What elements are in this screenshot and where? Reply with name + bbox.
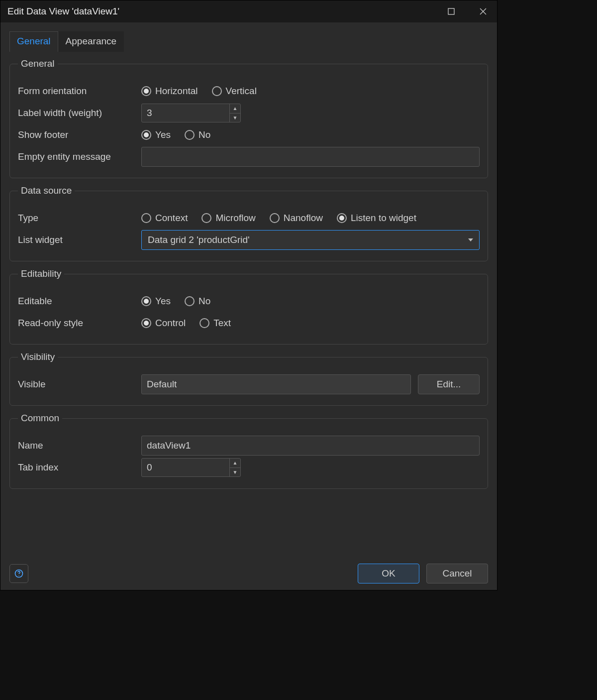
row-show-footer: Show footer Yes No — [18, 125, 480, 145]
row-form-orientation: Form orientation Horizontal Vertical — [18, 81, 480, 101]
dialog-footer: OK Cancel — [0, 557, 497, 590]
help-button[interactable] — [9, 564, 28, 583]
radio-dot-icon — [337, 213, 347, 223]
stepper-buttons: ▲ ▼ — [229, 104, 240, 122]
tab-content: General Form orientation Horizontal Vert… — [0, 51, 497, 557]
titlebar: Edit Data View 'dataView1' — [0, 0, 497, 22]
radio-label: No — [199, 296, 210, 307]
list-widget-selected-value: Data grid 2 'productGrid' — [148, 234, 250, 245]
window-title: Edit Data View 'dataView1' — [7, 6, 119, 17]
radio-dot-icon — [199, 318, 209, 328]
label-editable: Editable — [18, 296, 141, 307]
stepper-up-button[interactable]: ▲ — [230, 459, 240, 468]
radio-type-context[interactable]: Context — [141, 213, 188, 224]
radio-form-orientation-vertical[interactable]: Vertical — [212, 86, 257, 97]
label-data-source-type: Type — [18, 213, 141, 224]
label-width-value[interactable]: 3 — [142, 104, 229, 122]
radio-type-microflow[interactable]: Microflow — [201, 213, 255, 224]
titlebar-controls — [442, 2, 492, 20]
label-empty-entity-message: Empty entity message — [18, 151, 141, 162]
empty-entity-message-input[interactable] — [141, 147, 480, 167]
radio-dot-icon — [141, 296, 151, 306]
group-general-legend: General — [18, 58, 58, 69]
radio-show-footer-no[interactable]: No — [185, 129, 210, 140]
tab-general[interactable]: General — [9, 31, 58, 52]
close-icon — [479, 7, 487, 15]
radio-label: Listen to widget — [351, 213, 416, 224]
radio-label: Yes — [155, 296, 171, 307]
group-visibility: Visibility Visible Default Edit... — [9, 351, 488, 406]
label-readonly-style: Read-only style — [18, 318, 141, 329]
radio-dot-icon — [270, 213, 280, 223]
radio-editable-no[interactable]: No — [185, 296, 210, 307]
radio-dot-icon — [141, 318, 151, 328]
label-list-widget: List widget — [18, 234, 141, 245]
chevron-down-icon — [468, 238, 473, 241]
svg-rect-0 — [448, 8, 454, 14]
stepper-up-button[interactable]: ▲ — [230, 104, 240, 114]
radio-dot-icon — [141, 86, 151, 96]
row-data-source-type: Type Context Microflow Nanoflow — [18, 208, 480, 228]
radio-label: Microflow — [215, 213, 255, 224]
radio-readonly-style-text[interactable]: Text — [199, 318, 231, 329]
radio-dot-icon — [141, 130, 151, 140]
radio-dot-icon — [212, 86, 222, 96]
radio-type-nanoflow[interactable]: Nanoflow — [270, 213, 323, 224]
tab-index-value[interactable]: 0 — [142, 459, 229, 476]
group-editability: Editability Editable Yes No Read-only st… — [9, 268, 488, 345]
radio-label: Text — [213, 318, 231, 329]
group-general: General Form orientation Horizontal Vert… — [9, 58, 488, 178]
row-name: Name dataView1 — [18, 436, 480, 456]
row-label-width: Label width (weight) 3 ▲ ▼ — [18, 103, 480, 123]
cancel-button[interactable]: Cancel — [426, 564, 488, 583]
label-name: Name — [18, 440, 141, 451]
label-width-stepper[interactable]: 3 ▲ ▼ — [141, 104, 241, 122]
row-visible: Visible Default Edit... — [18, 374, 480, 394]
maximize-button[interactable] — [442, 2, 460, 20]
radio-label: Yes — [155, 129, 171, 140]
svg-point-4 — [18, 576, 19, 576]
edit-visibility-button[interactable]: Edit... — [418, 374, 480, 394]
group-common: Common Name dataView1 Tab index 0 ▲ ▼ — [9, 413, 488, 489]
list-widget-select[interactable]: Data grid 2 'productGrid' — [141, 230, 480, 250]
radio-dot-icon — [185, 296, 195, 306]
radio-readonly-style-control[interactable]: Control — [141, 318, 186, 329]
radio-label: Nanoflow — [284, 213, 323, 224]
radio-form-orientation-horizontal[interactable]: Horizontal — [141, 86, 198, 97]
row-editable: Editable Yes No — [18, 291, 480, 311]
radio-dot-icon — [201, 213, 211, 223]
name-input[interactable]: dataView1 — [141, 436, 480, 456]
stepper-buttons: ▲ ▼ — [229, 459, 240, 476]
close-button[interactable] — [474, 2, 492, 20]
group-data-source: Data source Type Context Microflow Nanof… — [9, 185, 488, 261]
label-visible: Visible — [18, 379, 141, 390]
radio-show-footer-yes[interactable]: Yes — [141, 129, 171, 140]
tab-index-stepper[interactable]: 0 ▲ ▼ — [141, 458, 241, 477]
ok-button[interactable]: OK — [358, 564, 419, 583]
radio-dot-icon — [185, 130, 195, 140]
row-readonly-style: Read-only style Control Text — [18, 313, 480, 333]
tab-appearance[interactable]: Appearance — [58, 31, 124, 52]
label-show-footer: Show footer — [18, 129, 141, 140]
label-form-orientation: Form orientation — [18, 86, 141, 97]
row-empty-entity-message: Empty entity message — [18, 147, 480, 167]
radio-label: Control — [155, 318, 186, 329]
row-tab-index: Tab index 0 ▲ ▼ — [18, 458, 480, 477]
stepper-down-button[interactable]: ▼ — [230, 468, 240, 477]
radio-label: Context — [155, 213, 188, 224]
maximize-icon — [447, 7, 455, 15]
radio-label: Horizontal — [155, 86, 198, 97]
visible-value: Default — [141, 374, 411, 394]
tab-bar: General Appearance — [0, 22, 497, 52]
group-data-source-legend: Data source — [18, 185, 75, 196]
radio-type-listen-to-widget[interactable]: Listen to widget — [337, 213, 416, 224]
stepper-down-button[interactable]: ▼ — [230, 114, 240, 122]
row-list-widget: List widget Data grid 2 'productGrid' — [18, 230, 480, 250]
radio-dot-icon — [141, 213, 151, 223]
radio-editable-yes[interactable]: Yes — [141, 296, 171, 307]
group-visibility-legend: Visibility — [18, 351, 58, 362]
radio-label: Vertical — [226, 86, 257, 97]
help-icon — [14, 569, 24, 579]
group-editability-legend: Editability — [18, 268, 64, 279]
radio-label: No — [199, 129, 210, 140]
